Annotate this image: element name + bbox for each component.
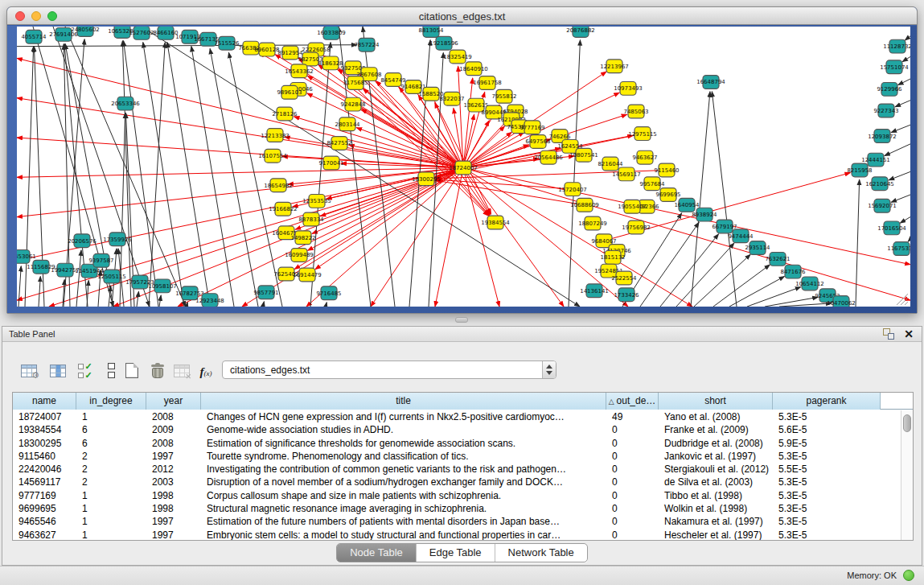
graph-node[interactable]: 18640910 [459, 62, 488, 76]
graph-edge [463, 114, 474, 167]
graph-node-label: 9957684 [639, 181, 665, 187]
graph-node[interactable]: 19756982 [622, 220, 651, 234]
table-cell: 1997 [146, 450, 201, 463]
table-selector-dropdown[interactable]: citations_edges.txt [222, 360, 556, 379]
float-panel-icon[interactable] [883, 328, 894, 340]
graph-node[interactable]: 16914479 [293, 268, 322, 282]
graph-edge [856, 179, 860, 307]
graph-node[interactable]: 1640954 [674, 198, 700, 212]
graph-node[interactable]: 16099489 [285, 249, 314, 262]
close-panel-icon[interactable]: ✕ [904, 328, 914, 340]
panel-splitter[interactable] [0, 314, 924, 326]
column-header-year[interactable]: year [146, 393, 201, 410]
graph-node[interactable]: 2718126 [272, 107, 297, 121]
graph-node[interactable]: 9115460 [654, 163, 679, 177]
graph-node[interactable]: 10688609 [570, 198, 599, 212]
graph-node[interactable]: 16648794 [696, 76, 725, 89]
table-row[interactable]: 1456911722003Disruption of a novel membe… [13, 476, 900, 488]
graph-node-label: 10973493 [614, 85, 643, 92]
graph-node[interactable]: 18807249 [578, 216, 607, 230]
graph-node[interactable]: 16107554 [258, 149, 287, 163]
graph-node[interactable]: 8813054 [418, 27, 444, 37]
graph-node[interactable]: 15692071 [868, 199, 897, 212]
show-column-button[interactable] [46, 357, 70, 381]
graph-node[interactable]: 16961758 [473, 76, 502, 90]
column-header-title[interactable]: title [201, 393, 606, 410]
graph-node[interactable]: 15751074 [880, 60, 909, 74]
table-row[interactable]: 1938455462009Genome-wide association stu… [13, 423, 900, 436]
graph-node[interactable]: 11675334 [887, 242, 910, 256]
graph-node-label: 14569117 [612, 171, 641, 178]
graph-node[interactable]: 16210645 [865, 177, 894, 191]
table-vertical-scrollbar[interactable] [901, 410, 913, 540]
graph-node[interactable]: 20876882 [566, 27, 595, 37]
table-row[interactable]: 1872400712008Changes of HCN gene express… [13, 410, 900, 423]
graph-node[interactable]: 20653346 [111, 97, 140, 110]
table-cell: Estimation of significance thresholds fo… [201, 437, 606, 450]
function-builder-button[interactable]: f(x) [194, 357, 218, 381]
graph-node[interactable]: 10654112 [795, 277, 824, 290]
table-row[interactable]: 969969511998Structural magnetic resonanc… [13, 502, 900, 515]
graph-node[interactable]: 18325419 [443, 50, 472, 64]
window-titlebar[interactable]: citations_edges.txt [7, 7, 917, 25]
scrollbar-thumb[interactable] [903, 414, 911, 432]
graph-node[interactable]: 8466160 [153, 27, 178, 39]
tab-edge-table[interactable]: Edge Table [417, 544, 495, 562]
graph-node[interactable]: 12975115 [628, 127, 657, 141]
column-header-indegree[interactable]: in_degree [76, 393, 146, 410]
select-columns-button[interactable]: ✓ ✓ [73, 357, 97, 381]
table-row[interactable]: 1830029562008Estimation of significance … [13, 437, 900, 450]
graph-node[interactable]: 9699695 [655, 188, 680, 202]
graph-node[interactable]: 7485063 [623, 105, 648, 118]
column-header-outde[interactable]: △out_de… [606, 393, 659, 410]
column-header-short[interactable]: short [659, 393, 773, 410]
graph-node[interactable]: 9227343 [873, 104, 898, 117]
graph-node[interactable]: 20206576 [68, 234, 97, 248]
graph-node[interactable]: 12213967 [600, 60, 629, 73]
graph-node[interactable]: 18654982 [264, 179, 293, 192]
delete-columns-button[interactable] [146, 357, 170, 381]
delete-table-button[interactable]: ✕ [170, 357, 194, 381]
graph-node-label: 9857791 [253, 290, 278, 296]
graph-node[interactable]: 17359926 [103, 233, 132, 246]
graph-node[interactable]: 7955812 [491, 89, 516, 103]
window-title: citations_edges.txt [7, 10, 917, 23]
table-row[interactable]: 2242004622012Investigating the contribut… [13, 463, 900, 476]
graph-node-label: 12923448 [195, 298, 224, 304]
graph-node-label: 8471676 [780, 269, 805, 275]
graph-node[interactable]: 19166822 [269, 202, 298, 216]
resize-grip-icon[interactable] [901, 298, 908, 305]
table-toolbar: ⚙ ✓ ✓ ✕ f(x) citations_edges.txt [12, 357, 912, 383]
table-row[interactable]: 946362711997Embryonic stem cells: a mode… [13, 529, 900, 541]
graph-node[interactable]: 8938924 [692, 208, 717, 221]
graph-node[interactable]: 4055714 [21, 30, 47, 43]
resize-grip-icon[interactable] [905, 302, 908, 305]
table-row[interactable]: 946554611997Estimation of the future num… [13, 515, 900, 528]
graph-node[interactable]: 9463627 [632, 150, 657, 164]
table-cell: 2 [76, 463, 146, 476]
gear-icon: ⚙ [31, 370, 39, 381]
graph-node[interactable]: 16033809 [317, 27, 346, 39]
graph-node[interactable]: 12093872 [868, 130, 897, 143]
graph-node[interactable]: 7857224 [354, 38, 380, 51]
table-row[interactable]: 977716911998Corpus callosum shape and si… [13, 489, 900, 502]
splitter-handle[interactable] [455, 317, 468, 323]
column-header-pagerank[interactable]: pagerank [773, 393, 881, 410]
memory-ok-indicator[interactable] [903, 570, 914, 581]
graph-node[interactable]: 19218596 [429, 36, 458, 50]
graph-node[interactable]: 2803144 [335, 117, 360, 131]
table-options-button[interactable]: ⚙ [17, 357, 41, 381]
column-header-name[interactable]: name [13, 393, 76, 410]
graph-node[interactable]: 9716485 [316, 286, 341, 300]
graph-node[interactable]: 11128732 [883, 39, 910, 53]
graph-node[interactable]: 14136141 [580, 284, 609, 298]
graph-edge [17, 167, 463, 177]
graph-node[interactable]: 17016504 [877, 221, 906, 235]
new-column-button[interactable] [120, 357, 144, 381]
tab-network-table[interactable]: Network Table [495, 544, 587, 562]
graph-node[interactable]: 1733426 [614, 288, 639, 302]
tab-node-table[interactable]: Node Table [337, 544, 417, 562]
table-row[interactable]: 911546021997Tourette syndrome. Phenomeno… [13, 450, 900, 463]
network-canvas[interactable]: 1872400740557142769140624805602106532871… [17, 27, 910, 307]
graph-node-label: 7857224 [354, 42, 380, 48]
